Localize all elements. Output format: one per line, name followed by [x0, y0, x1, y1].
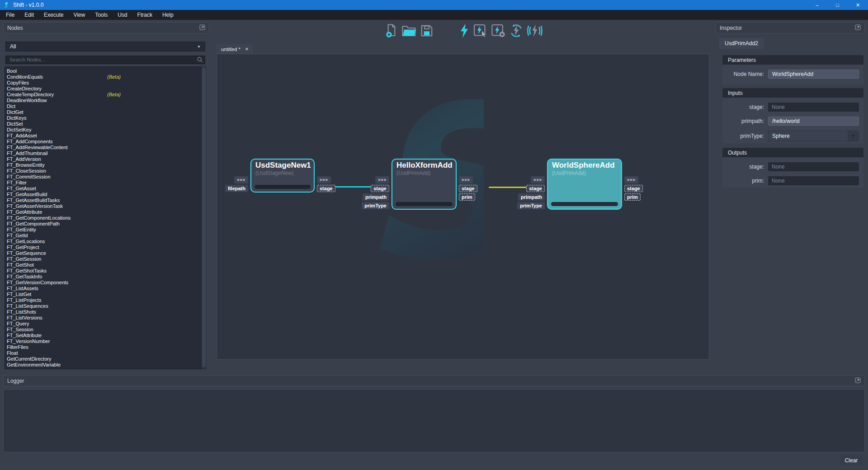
list-item[interactable]: FT_ListGet — [5, 291, 206, 297]
save-graph-button[interactable] — [420, 24, 434, 38]
execute-button[interactable] — [459, 23, 470, 38]
flow-out-port[interactable]: >>> — [459, 176, 473, 183]
flow-out-port[interactable]: >>> — [317, 176, 331, 183]
live-execute-button[interactable] — [527, 24, 543, 38]
list-item[interactable]: FT_GetComponentLocations — [5, 215, 206, 221]
open-graph-button[interactable] — [401, 24, 417, 38]
list-item[interactable]: FilterFiles — [5, 344, 206, 350]
list-item[interactable]: FT_GetAsset — [5, 186, 206, 192]
menu-item[interactable]: View — [68, 10, 90, 20]
list-item[interactable]: FT_AddComponents — [5, 139, 206, 145]
list-item[interactable]: Dict — [5, 103, 206, 109]
output-port[interactable]: stage — [317, 185, 335, 192]
input-port[interactable]: filepath — [225, 185, 248, 192]
list-item[interactable]: FT_SetAttribute — [5, 333, 206, 338]
list-item[interactable]: FT_GetId — [5, 233, 206, 239]
primpath-input[interactable]: /hello/world — [768, 117, 859, 126]
menu-item[interactable]: File — [1, 10, 19, 20]
list-item[interactable]: FT_VersionNumber — [5, 338, 206, 344]
search-input[interactable] — [5, 56, 205, 64]
list-item[interactable]: FT_GetSession — [5, 256, 206, 262]
list-item[interactable]: FT_GetTaskInfo — [5, 274, 206, 280]
output-port[interactable]: prim — [459, 193, 475, 201]
new-graph-button[interactable] — [385, 24, 398, 38]
list-item[interactable]: FT_GetAttribute — [5, 209, 206, 215]
list-item[interactable]: FT_GetShot — [5, 262, 206, 268]
list-item[interactable]: FT_AddThumbnail — [5, 150, 206, 156]
list-item[interactable]: FT_GetProject — [5, 244, 206, 250]
list-item[interactable]: FT_GetAssetVersionTask — [5, 203, 206, 209]
primtype-select[interactable]: Sphere ▼ — [768, 131, 859, 141]
list-item[interactable]: FT_ListProjects — [5, 297, 206, 303]
list-item[interactable]: FT_GetAssetBuild — [5, 192, 206, 197]
menu-item[interactable]: Edit — [19, 10, 39, 20]
list-item[interactable]: CreateDirectory — [5, 86, 206, 92]
output-port[interactable]: stage — [459, 185, 477, 192]
inspector-node-tab[interactable]: UsdPrimAdd2 — [719, 38, 764, 49]
output-port[interactable]: stage — [624, 185, 643, 192]
list-scrollbar[interactable] — [202, 66, 206, 369]
input-port[interactable]: primType — [517, 202, 545, 209]
list-item[interactable]: FT_GetSequence — [5, 250, 206, 256]
list-item[interactable]: FT_CommitSession — [5, 174, 206, 180]
menu-item[interactable]: Execute — [39, 10, 68, 20]
execute-selected-button[interactable] — [473, 24, 487, 38]
list-item[interactable]: FT_ListVersions — [5, 315, 206, 321]
flow-in-port[interactable]: >>> — [531, 176, 545, 183]
list-item[interactable]: FT_Filter — [5, 180, 206, 186]
list-item[interactable]: FT_ListAssets — [5, 286, 206, 291]
input-port[interactable]: primpath — [518, 193, 545, 201]
list-item[interactable]: DictSetKey — [5, 127, 206, 133]
flow-out-port[interactable]: >>> — [624, 176, 638, 183]
input-port[interactable]: primType — [362, 202, 389, 209]
list-item[interactable]: DictSet — [5, 121, 206, 127]
graph-node-worldsphereadd[interactable]: WorldSphereAdd (UsdPrimAdd) >>> stagepri… — [547, 159, 622, 210]
list-item[interactable]: FT_BrowseEntity — [5, 162, 206, 168]
document-tab[interactable]: untitled * ✕ — [217, 44, 253, 54]
list-item[interactable]: FT_GetVersionComponents — [5, 280, 206, 286]
list-item[interactable]: DictKeys — [5, 115, 206, 121]
menu-item[interactable]: Tools — [90, 10, 113, 20]
list-item[interactable]: GetCurrentDirectory — [5, 356, 206, 362]
list-item[interactable]: CopyFiles — [5, 80, 206, 86]
graph-node-helloxformadd[interactable]: HelloXformAdd (UsdPrimAdd) >>> stageprim… — [392, 159, 457, 210]
input-port[interactable]: stage — [371, 185, 389, 192]
refresh-execute-button[interactable] — [509, 24, 524, 38]
flow-in-port[interactable]: >>> — [234, 176, 248, 183]
list-item[interactable]: FT_ListSequences — [5, 303, 206, 309]
list-item[interactable]: Bool — [5, 68, 206, 74]
list-item[interactable]: DeadlineWorkflow — [5, 98, 206, 103]
menu-item[interactable]: Ftrack — [132, 10, 157, 20]
list-item[interactable]: FT_AddReviewableContent — [5, 145, 206, 150]
list-item[interactable]: FT_GetLocations — [5, 239, 206, 244]
list-item[interactable]: FT_Query — [5, 321, 206, 327]
undock-icon[interactable] — [199, 24, 205, 32]
node-category-select[interactable]: All ▼ — [5, 42, 205, 52]
list-item[interactable]: FT_AddVersion — [5, 156, 206, 162]
maximize-button[interactable]: □ — [827, 0, 848, 10]
menu-item[interactable]: Help — [157, 10, 179, 20]
undock-icon[interactable] — [855, 377, 861, 385]
list-item[interactable]: FT_ListShots — [5, 309, 206, 315]
list-item[interactable]: FT_CloseSession — [5, 168, 206, 174]
output-port[interactable]: prim — [624, 193, 641, 201]
undock-icon[interactable] — [855, 24, 861, 32]
list-item[interactable]: FT_GetAssetBuildTasks — [5, 197, 206, 203]
list-item[interactable]: FT_Session — [5, 327, 206, 333]
input-port[interactable]: primpath — [363, 193, 389, 201]
list-item[interactable]: FT_GetShotTasks — [5, 268, 206, 274]
list-item[interactable]: FT_AddAsset — [5, 133, 206, 139]
list-item[interactable]: CreateTempDirectory (Beta) — [5, 92, 206, 98]
input-port[interactable]: stage — [526, 185, 545, 192]
node-graph-canvas[interactable]: S UsdStageNew1 (UsdStageNew) >>> filepat… — [217, 54, 709, 360]
list-item[interactable]: FT_GetComponentPath — [5, 221, 206, 227]
list-item[interactable]: Float — [5, 350, 206, 356]
minimize-button[interactable]: – — [807, 0, 827, 10]
clear-logger-button[interactable]: Clear — [840, 455, 862, 465]
list-item[interactable]: FT_GetEntity — [5, 227, 206, 233]
node-name-input[interactable]: WorldSphereAdd — [768, 70, 859, 79]
graph-node-usdstagenew1[interactable]: UsdStageNew1 (UsdStageNew) >>> filepath … — [250, 159, 315, 193]
menu-item[interactable]: Usd — [113, 10, 132, 20]
list-item[interactable]: GetEnvironmentVariable — [5, 362, 206, 368]
close-button[interactable]: ✕ — [848, 0, 868, 10]
